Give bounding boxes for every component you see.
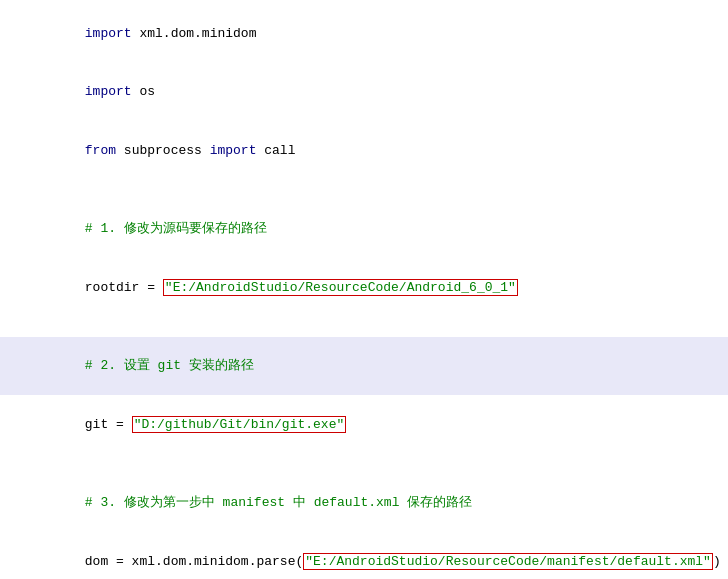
line-content-5: # 1. 修改为源码要保存的路径 [30, 200, 728, 259]
line-5: # 1. 修改为源码要保存的路径 [0, 200, 728, 259]
line-6: rootdir = "E:/AndroidStudio/ResourceCode… [0, 258, 728, 317]
string-rootdir: "E:/AndroidStudio/ResourceCode/Android_6… [163, 279, 518, 296]
keyword-import2: import [85, 84, 132, 99]
empty-line-1 [0, 180, 728, 200]
line-3: from subprocess import call [0, 121, 728, 180]
line-content-1: import xml.dom.minidom [30, 4, 728, 63]
line-11: # 3. 修改为第一步中 manifest 中 default.xml 保存的路… [0, 474, 728, 533]
line-content-9: git = "D:/github/Git/bin/git.exe" [30, 395, 728, 454]
code-editor: import xml.dom.minidom import os from su… [0, 0, 728, 579]
comment-1: # 1. 修改为源码要保存的路径 [85, 221, 267, 236]
line-content-3: from subprocess import call [30, 121, 728, 180]
line-content-8: # 2. 设置 git 安装的路径 [30, 337, 728, 396]
empty-line-2 [0, 317, 728, 337]
comment-2: # 2. 设置 git 安装的路径 [85, 358, 254, 373]
string-git: "D:/github/Git/bin/git.exe" [132, 416, 347, 433]
line-content-6: rootdir = "E:/AndroidStudio/ResourceCode… [30, 258, 728, 317]
line-content-2: import os [30, 63, 728, 122]
line-8: # 2. 设置 git 安装的路径 [0, 337, 728, 396]
keyword-import: import [85, 26, 132, 41]
keyword-from: from [85, 143, 116, 158]
line-9: git = "D:/github/Git/bin/git.exe" [0, 395, 728, 454]
line-content-11: # 3. 修改为第一步中 manifest 中 default.xml 保存的路… [30, 474, 728, 533]
line-12: dom = xml.dom.minidom.parse("E:/AndroidS… [0, 532, 728, 579]
line-content-12: dom = xml.dom.minidom.parse("E:/AndroidS… [30, 532, 728, 579]
empty-line-3 [0, 454, 728, 474]
comment-3: # 3. 修改为第一步中 manifest 中 default.xml 保存的路… [85, 495, 472, 510]
line-1: import xml.dom.minidom [0, 4, 728, 63]
line-2: import os [0, 63, 728, 122]
string-dom: "E:/AndroidStudio/ResourceCode/manifest/… [303, 553, 713, 570]
